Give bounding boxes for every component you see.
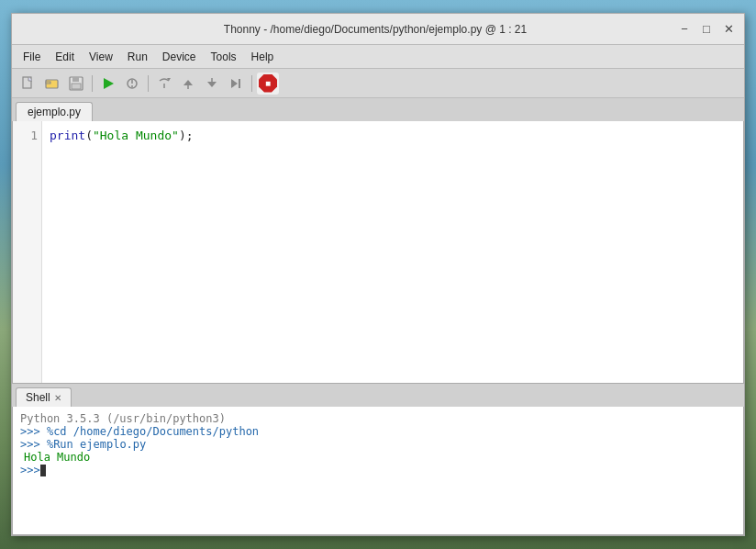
menu-device[interactable]: Device	[155, 49, 204, 65]
line-numbers: 1	[13, 121, 42, 383]
step-out-button[interactable]	[201, 73, 223, 95]
shell-prompt-1: >>>	[20, 425, 47, 438]
open-file-button[interactable]	[41, 73, 63, 95]
toolbar-separator-2	[148, 75, 149, 92]
save-file-button[interactable]	[65, 73, 87, 95]
menu-edit[interactable]: Edit	[48, 49, 82, 65]
close-button[interactable]: ✕	[720, 21, 737, 38]
menu-run[interactable]: Run	[120, 49, 155, 65]
window-controls: − □ ✕	[676, 21, 737, 38]
stop-button[interactable]: ■	[257, 73, 279, 95]
menubar: File Edit View Run Device Tools Help	[12, 45, 744, 69]
toolbar-separator-3	[251, 75, 252, 92]
shell-tabs: Shell ✕	[12, 384, 744, 407]
stop-icon: ■	[259, 74, 277, 93]
svg-marker-12	[183, 80, 193, 85]
svg-marker-6	[104, 78, 114, 89]
svg-rect-2	[46, 82, 50, 84]
editor-content[interactable]: 1 print("Hola Mundo");	[12, 121, 744, 384]
shell-info-line: Python 3.5.3 (/usr/bin/python3)	[20, 412, 736, 425]
menu-view[interactable]: View	[82, 49, 120, 65]
toolbar-separator-1	[92, 75, 93, 92]
shell-tab[interactable]: Shell ✕	[16, 387, 72, 407]
maximize-button[interactable]: □	[698, 21, 715, 38]
shell-output-line: Hola Mundo	[20, 451, 736, 464]
main-window: Thonny - /home/diego/Documents/python/ej…	[11, 13, 745, 536]
editor-tab-ejemplo[interactable]: ejemplo.py	[16, 102, 93, 121]
shell-section: Shell ✕ Python 3.5.3 (/usr/bin/python3) …	[12, 384, 744, 535]
svg-rect-4	[72, 77, 79, 82]
shell-prompt-2: >>>	[20, 438, 47, 451]
shell-cmd-2: %Run ejemplo.py	[47, 438, 146, 451]
resume-button[interactable]	[225, 73, 247, 95]
debug-button[interactable]	[121, 73, 143, 95]
menu-help[interactable]: Help	[244, 49, 282, 65]
step-over-button[interactable]	[153, 73, 175, 95]
menu-file[interactable]: File	[16, 49, 48, 65]
svg-rect-5	[72, 84, 81, 89]
run-button[interactable]	[97, 73, 119, 95]
minimize-button[interactable]: −	[676, 21, 693, 38]
svg-marker-14	[207, 82, 217, 87]
shell-prompt-3: >>>	[20, 464, 40, 476]
shell-tab-label: Shell	[26, 391, 50, 404]
window-title: Thonny - /home/diego/Documents/python/ej…	[74, 23, 676, 36]
menu-tools[interactable]: Tools	[204, 49, 244, 65]
shell-input-line[interactable]: >>>	[20, 464, 736, 476]
svg-marker-16	[231, 79, 238, 88]
shell-cmd-1: %cd /home/diego/Documents/python	[47, 425, 259, 438]
shell-close-button[interactable]: ✕	[54, 393, 61, 403]
shell-cmd2-line: >>> %Run ejemplo.py	[20, 438, 736, 451]
toolbar: ■	[12, 69, 744, 98]
code-line-1: print("Hola Mundo");	[50, 127, 736, 146]
line-number-1: 1	[17, 127, 38, 146]
step-into-button[interactable]	[177, 73, 199, 95]
svg-point-9	[131, 85, 133, 87]
shell-cmd1-line: >>> %cd /home/diego/Documents/python	[20, 425, 736, 438]
code-editor[interactable]: print("Hola Mundo");	[42, 121, 743, 383]
editor-tabs: ejemplo.py	[12, 98, 744, 121]
editor-section: ejemplo.py 1 print("Hola Mundo");	[12, 98, 744, 384]
titlebar: Thonny - /home/diego/Documents/python/ej…	[12, 14, 744, 45]
shell-content[interactable]: Python 3.5.3 (/usr/bin/python3) >>> %cd …	[12, 407, 744, 535]
new-file-button[interactable]	[17, 73, 39, 95]
shell-cursor	[40, 465, 46, 476]
